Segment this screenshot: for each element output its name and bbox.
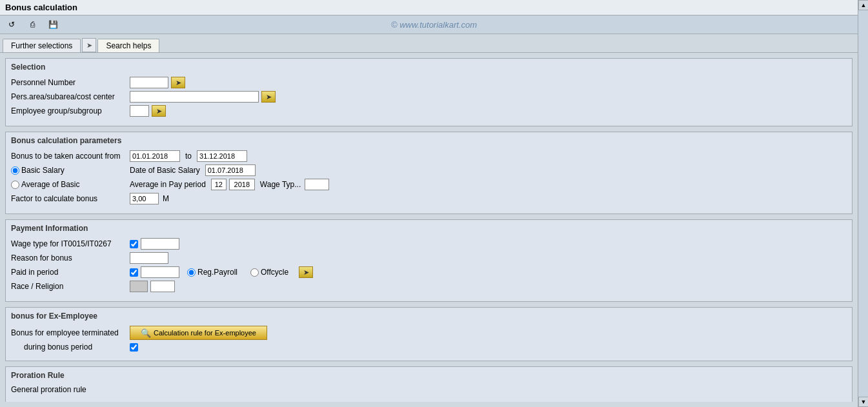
wage-type-it-input[interactable]: [141, 238, 179, 250]
calc-rule-label: Calculation rule for Ex-employee: [154, 329, 256, 337]
employee-group-arrow-btn[interactable]: ➤: [152, 105, 166, 117]
calc-icon: 🔍: [141, 328, 151, 338]
tab-bar: Further selections ➤ Search helps: [0, 34, 868, 53]
copy-icon[interactable]: ⎙: [26, 18, 39, 31]
bonus-terminated-row: Bonus for employee terminated 🔍 Calculat…: [11, 326, 847, 340]
general-proration-row: General proration rule: [11, 385, 847, 394]
to-label: to: [185, 152, 192, 161]
race-input1: [130, 281, 148, 292]
wage-type-it-label: Wage type for IT0015/IT0267: [11, 239, 127, 248]
tab-further-selections[interactable]: Further selections: [3, 39, 81, 52]
paid-period-label: Paid in period: [11, 268, 127, 277]
scroll-up-btn[interactable]: ▲: [858, 0, 868, 10]
pers-area-arrow-btn[interactable]: ➤: [261, 91, 276, 103]
reason-bonus-label: Reason for bonus: [11, 253, 127, 263]
during-bonus-checkbox[interactable]: [130, 343, 138, 352]
tab-arrow-icon[interactable]: ➤: [82, 38, 96, 52]
payment-info-title: Payment Information: [11, 224, 847, 234]
bonus-params-section: Bonus calculation parameters Bonus to be…: [5, 132, 853, 214]
save-icon[interactable]: 💾: [46, 18, 59, 31]
navigate-back-icon[interactable]: ↺: [5, 18, 18, 31]
offcycle-label: Offcycle: [261, 268, 288, 277]
offcycle-radio[interactable]: [250, 268, 259, 277]
toolbar: ↺ ⎙ 💾 © www.tutorialkart.com: [0, 15, 868, 34]
proration-rule-section: Proration Rule General proration rule: [5, 366, 853, 402]
wage-type-label: Wage Typ...: [260, 180, 301, 189]
proration-title: Proration Rule: [11, 371, 847, 381]
title-bar: Bonus calculation: [0, 0, 868, 15]
bonus-ex-title: bonus for Ex-Employee: [11, 312, 847, 322]
selection-title: Selection: [11, 63, 847, 73]
bonus-to-input[interactable]: 31.12.2018: [197, 150, 247, 162]
year-input[interactable]: [229, 179, 255, 190]
race-religion-row: Race / Religion: [11, 281, 847, 292]
basic-salary-label: Basic Salary: [21, 166, 65, 175]
general-proration-label: General proration rule: [11, 385, 86, 394]
average-basic-row: Average of Basic Average in Pay period W…: [11, 179, 847, 190]
basic-salary-radio[interactable]: [11, 166, 19, 175]
employee-group-row: Employee group/subgroup ➤: [11, 105, 847, 117]
page-title: Bonus calculation: [5, 3, 77, 12]
personnel-number-label: Personnel Number: [11, 78, 127, 87]
reason-bonus-input[interactable]: [130, 252, 168, 264]
selection-section: Selection Personnel Number ➤ Pers.area/s…: [5, 58, 853, 126]
basic-salary-row: Basic Salary Date of Basic Salary: [11, 164, 847, 176]
race-input2[interactable]: [150, 281, 175, 292]
wage-type-row: Wage type for IT0015/IT0267: [11, 238, 847, 250]
paid-period-row: Paid in period Reg.Payroll Offcycle ➤: [11, 266, 847, 278]
watermark: © www.tutorialkart.com: [391, 20, 477, 30]
date-of-basic-salary-input[interactable]: [205, 164, 256, 176]
wage-type-checkbox[interactable]: [130, 240, 138, 248]
employee-group-label: Employee group/subgroup: [11, 106, 127, 115]
bonus-params-title: Bonus calculation parameters: [11, 136, 847, 146]
reg-payroll-label: Reg.Payroll: [197, 268, 237, 277]
average-basic-radio[interactable]: [11, 181, 19, 189]
factor-label: Factor to calculate bonus: [11, 194, 127, 203]
factor-unit: M: [163, 194, 169, 203]
bonus-terminated-label: Bonus for employee terminated: [11, 328, 127, 337]
scrollbar: ▲ ▼: [858, 0, 868, 407]
reg-payroll-radio[interactable]: [187, 268, 196, 277]
main-content: Selection Personnel Number ➤ Pers.area/s…: [0, 53, 858, 402]
average-of-basic-label: Average of Basic: [21, 180, 80, 189]
pers-area-row: Pers.area/subarea/cost center ➤: [11, 91, 847, 103]
race-religion-label: Race / Religion: [11, 282, 127, 291]
pers-area-input[interactable]: [130, 91, 259, 103]
factor-row: Factor to calculate bonus M: [11, 193, 847, 204]
paid-period-arrow-btn[interactable]: ➤: [299, 266, 313, 278]
calc-rule-btn[interactable]: 🔍 Calculation rule for Ex-employee: [130, 326, 267, 340]
period-input[interactable]: [211, 179, 227, 190]
average-pay-period-label: Average in Pay period: [130, 180, 206, 189]
personnel-number-row: Personnel Number ➤: [11, 77, 847, 88]
factor-input[interactable]: [130, 193, 159, 204]
during-bonus-label: during bonus period: [24, 342, 127, 352]
personnel-number-input[interactable]: [130, 77, 168, 88]
during-bonus-row: during bonus period: [11, 342, 847, 352]
scroll-down-btn[interactable]: ▼: [858, 397, 868, 407]
paid-period-checkbox[interactable]: [130, 268, 138, 277]
reason-bonus-row: Reason for bonus: [11, 252, 847, 264]
date-of-basic-salary-label: Date of Basic Salary: [130, 166, 200, 175]
bonus-ex-employee-section: bonus for Ex-Employee Bonus for employee…: [5, 307, 853, 361]
employee-group-input[interactable]: [130, 105, 149, 117]
bonus-from-input[interactable]: 01.01.2018: [130, 150, 180, 162]
bonus-date-row: Bonus to be taken account from 01.01.201…: [11, 150, 847, 162]
pers-area-label: Pers.area/subarea/cost center: [11, 92, 127, 101]
paid-period-input[interactable]: [141, 266, 179, 278]
payment-info-section: Payment Information Wage type for IT0015…: [5, 219, 853, 302]
wage-type-input[interactable]: [305, 179, 329, 190]
tab-search-helps[interactable]: Search helps: [97, 39, 159, 52]
bonus-from-label: Bonus to be taken account from: [11, 152, 127, 161]
personnel-number-arrow-btn[interactable]: ➤: [171, 77, 185, 88]
